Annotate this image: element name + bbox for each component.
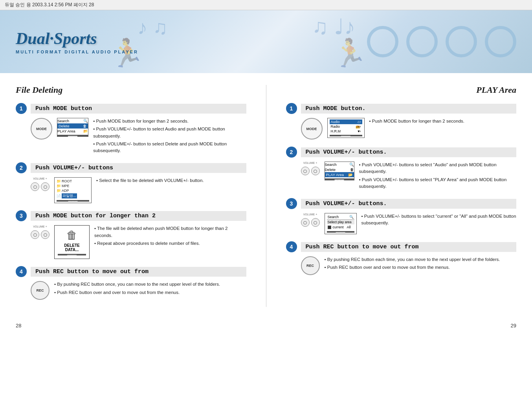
screen-row-delete: Delete🗑 [57, 123, 88, 129]
header-text: 듀얼 승인 용 2003.3.14 2:56 PM 페이지 28 [5, 2, 94, 8]
column-divider [266, 85, 266, 307]
banner-circle-2 [406, 26, 438, 57]
file-row-root: 📁 ROOT [57, 179, 89, 184]
step-4-left-header: 4 Push REC button to move out from [16, 266, 246, 277]
step-1-left-number: 1 [16, 103, 27, 114]
step-1-left-header: 1 Push MODE button [16, 103, 246, 114]
current-all-screen: Search🔍 Select play area current All ▬▬▬ [325, 213, 357, 234]
step-4-right: 4 Push REC button to move out from REC B… [286, 241, 517, 275]
right-column: PLAY Area 1 Push MODE button. MODE Audio… [286, 85, 517, 307]
step-4-right-bullets: By pushing REC button each time, you can… [325, 256, 500, 272]
file-row-file: 📄 파일명... [57, 193, 89, 199]
step-1-left-body: MODE Search🔍 Delete🗑 PLAY Area📂 ▬▬▬ [16, 118, 246, 155]
step-2-right-header: 2 Push VOLUME+/- buttons. [286, 147, 517, 158]
step-1-right-body: MODE Audio♫› Radio📻› H.R.M♥› ▬▬▬ [286, 118, 517, 140]
volume-device-r3: VOLUME + ◯ ◯ [301, 213, 320, 227]
volume-right-btn[interactable]: ◯ [41, 182, 50, 191]
trash-icon: 🗑 [66, 229, 77, 242]
step-3-right-number: 3 [286, 198, 297, 209]
step-1-left: 1 Push MODE button MODE Search🔍 Delete🗑 … [16, 103, 246, 155]
volume-device-r2: VOLUME + ◯ ◯ [301, 162, 320, 175]
screen-bottom-2: ▬▬▬ [57, 200, 89, 202]
step-2-right: 2 Push VOLUME+/- buttons. VOLUME + ◯ ◯ S… [286, 147, 517, 191]
banner-subtitle: MULTI FORMAT DIGITAL AUDIO PLAYER [16, 50, 138, 54]
volume-right-btn-3[interactable]: ◯ [41, 230, 50, 239]
step-1-right-bullets: Push MODE button for longer than 2 secon… [369, 118, 464, 126]
runner-icon-2: 🏃 [333, 37, 367, 69]
step-1-left-bullets: Push MODE button for longer than 2 secon… [93, 118, 246, 155]
step-4-right-title: Push REC button to move out from [301, 242, 517, 252]
step-2-left-bullets: Select the file to be deleted with VOLUM… [96, 177, 204, 185]
ca-select-label: Select play area [327, 220, 354, 224]
banner-circle-1 [367, 26, 398, 57]
delete-screen: 🗑 DELETEDATA... ▬▬▬ [54, 225, 90, 259]
step-4-left-bullets: By pushing REC button once, you can move… [54, 281, 220, 297]
hrm-row: H.R.M♥› [330, 129, 362, 134]
screen-bottom-r2: ▬▬▬ [325, 178, 354, 180]
step-4-left-title: Push REC button to move out from [31, 267, 246, 277]
step-2-left-number: 2 [16, 162, 27, 173]
delete-text: DELETEDATA... [64, 243, 79, 252]
screen-2-right: Search🔍 Delete🗑 PLAY Area📂 ▬▬▬ [325, 162, 354, 180]
banner-circle-4 [485, 26, 516, 57]
page-number-left: 28 [16, 323, 21, 329]
step-2-left: 2 Push VOLUME+/- buttons VOLUME + ◯ ◯ 📁 … [16, 162, 246, 203]
file-row-mpe: 📁 MPE [57, 184, 89, 188]
volume-right-btn-r3[interactable]: ◯ [311, 218, 320, 227]
right-section-title: PLAY Area [286, 85, 517, 95]
step-4-left: 4 Push REC button to move out from REC B… [16, 266, 246, 300]
step-3-left-title: Push MODE button for longer than 2 [31, 211, 246, 221]
volume-left-btn-r2[interactable]: ◯ [301, 167, 310, 175]
step-3-right-body: VOLUME + ◯ ◯ Search🔍 Select play area cu… [286, 213, 517, 234]
volume-left-btn-r3[interactable]: ◯ [301, 218, 310, 227]
banner-title: Dual·Sports [16, 29, 138, 48]
screen-bottom-r1: ▬▬▬ [330, 135, 362, 136]
step-2-right-body: VOLUME + ◯ ◯ Search🔍 Delete🗑 PLAY Area📂 [286, 162, 517, 191]
audio-row: Audio♫› [330, 119, 362, 124]
rec-button-left: REC [31, 281, 50, 300]
volume-right-btn-r2[interactable]: ◯ [311, 167, 320, 175]
step-1-left-title: Push MODE button [31, 104, 246, 114]
volume-left-btn[interactable]: ◯ [31, 182, 39, 191]
step-1-right-number: 1 [286, 103, 297, 114]
rec-button-right: REC [301, 256, 320, 275]
banner-circle-3 [446, 26, 477, 57]
step-2-left-body: VOLUME + ◯ ◯ 📁 ROOT 📁 MPE [16, 177, 246, 203]
header-bar: 듀얼 승인 용 2003.3.14 2:56 PM 페이지 28 [0, 0, 532, 10]
mode-button-1: MODE [31, 118, 52, 140]
screen-r2-search: Search🔍 [325, 162, 354, 167]
page-number-right: 29 [511, 323, 516, 329]
screen-row-playarea: PLAY Area📂 [57, 129, 88, 134]
radio-row: Radio📻› [330, 124, 362, 129]
ca-checkbox-current [328, 226, 331, 229]
music-note-icon-2: ♫ ♩♪ [312, 14, 355, 39]
step-3-right-bullets: Push VOLUME+/- buttons to select "curren… [361, 213, 516, 228]
page-numbers: 28 29 [0, 319, 532, 332]
step-2-right-number: 2 [286, 147, 297, 158]
volume-device-2: VOLUME + ◯ ◯ [31, 177, 50, 191]
volume-device-3: VOLUME + ◯ ◯ [31, 225, 50, 239]
left-section-title: File Deleting [16, 85, 246, 95]
banner-circles [367, 26, 516, 57]
step-3-left-bullets: The file will be deleted when push MODE … [94, 225, 246, 248]
screen-r2-playarea: PLAY Area📂 [325, 172, 354, 177]
file-list-screen: 📁 ROOT 📁 MPE 📁 ADP 📄 파일명... [54, 177, 92, 203]
file-row-adp: 📁 ADP [57, 188, 89, 193]
left-column: File Deleting 1 Push MODE button MODE Se… [16, 85, 246, 307]
mode-button-r1: MODE [301, 118, 323, 140]
step-3-right: 3 Push VOLUME+/- buttons. VOLUME + ◯ ◯ S… [286, 198, 517, 234]
step-3-left-body: VOLUME + ◯ ◯ 🗑 DELETEDATA... ▬▬▬ The fil… [16, 225, 246, 259]
step-1-right: 1 Push MODE button. MODE Audio♫› Radio📻›… [286, 103, 517, 140]
ca-search-row: Search🔍 [327, 215, 354, 220]
main-content: File Deleting 1 Push MODE button MODE Se… [0, 73, 532, 319]
screen-row-search: Search🔍 [57, 118, 88, 123]
step-1-right-title: Push MODE button. [301, 104, 517, 114]
banner: Dual·Sports MULTI FORMAT DIGITAL AUDIO P… [0, 10, 532, 73]
step-2-left-header: 2 Push VOLUME+/- buttons [16, 162, 246, 173]
step-4-left-number: 4 [16, 266, 27, 277]
screen-bottom-r3: ▬▬▬ [327, 231, 354, 233]
step-3-right-title: Push VOLUME+/- buttons. [301, 199, 517, 209]
music-note-icon: ♪ ♫ [138, 16, 167, 39]
volume-left-btn-3[interactable]: ◯ [31, 230, 39, 239]
step-3-left: 3 Push MODE button for longer than 2 VOL… [16, 210, 246, 259]
